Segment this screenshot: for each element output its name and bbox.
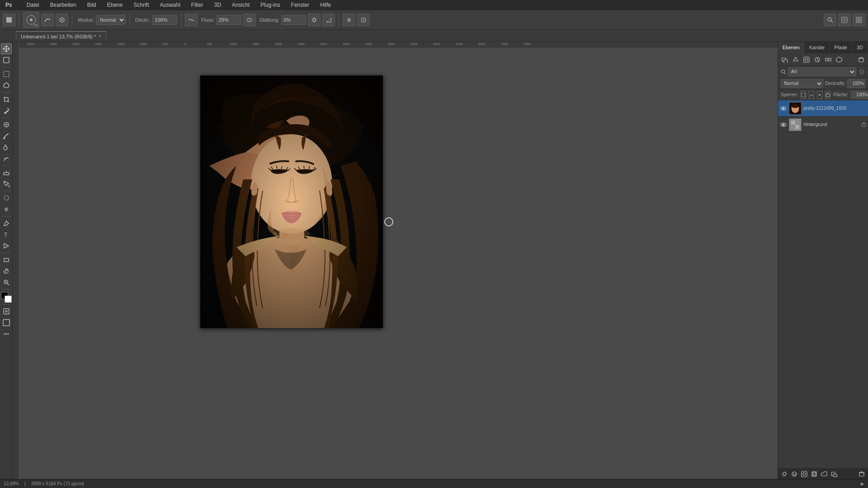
layer-thumbnail-background[interactable] [789,118,802,131]
search-icon[interactable] [824,14,836,26]
menu-datei[interactable]: Datei [25,1,41,9]
paint-bucket-tool[interactable] [1,178,12,189]
menu-bild[interactable]: Bild [85,1,98,9]
menu-plugins[interactable]: Plug-ins [259,1,282,9]
pen-tool[interactable] [1,218,12,229]
panel-tab-ebenen[interactable]: Ebenen [778,42,805,53]
delete-layer-btn[interactable] [856,55,866,64]
dodge-tool[interactable] [1,204,12,215]
menu-bearbeiten[interactable]: Bearbeiten [48,1,78,9]
layer-mask-btn[interactable] [802,55,811,64]
blend-opacity-row: Normal Deckrafts: [778,78,868,89]
fill-input[interactable] [851,91,868,99]
blur-tool[interactable] [1,192,12,203]
clone-stamp-tool[interactable] [1,142,12,153]
toolbar: 54 Modus: Normal Deckr.: 100% Fluss: Glä… [0,10,868,30]
menu-ebene[interactable]: Ebene [105,1,125,9]
link-layers-btn[interactable] [780,470,789,478]
blend-mode-select[interactable]: Normal [781,79,823,88]
lock-row: Sperren: Fläche: [778,89,868,100]
eraser-tool[interactable] [1,167,12,178]
photo-canvas[interactable] [200,75,383,328]
rectangle-tool[interactable] [1,254,12,265]
layer-item-background[interactable]: Hintergrund [778,117,868,133]
extra-tools[interactable] [1,328,12,339]
glattung-input[interactable] [281,15,306,25]
menu-ansicht[interactable]: Ansicht [230,1,251,9]
new-layer-btn[interactable] [780,55,790,64]
gear-icon[interactable] [308,14,321,26]
menu-3d[interactable]: 3D [212,1,223,9]
document-tab[interactable]: Unbenannt-1 bei 13,7% (RGB/8) * × [16,31,106,41]
zoom-tool[interactable] [1,277,12,288]
eyedropper-tool[interactable] [1,105,12,116]
artboard-tool[interactable] [1,55,12,66]
opacity-input[interactable] [847,79,865,88]
menu-hilfe[interactable]: Hilfe [318,1,333,9]
hand-tool[interactable] [1,266,12,277]
fluss-input[interactable] [217,15,241,25]
color-swatch[interactable] [1,292,12,303]
group-layers-btn[interactable] [823,55,833,64]
lock-position[interactable] [817,91,822,99]
home-button[interactable] [3,14,15,26]
svg-point-34 [5,310,8,313]
toolbar-separator-1 [19,14,19,26]
toolbox-separator-9 [2,304,11,305]
healing-brush-tool[interactable] [1,119,12,130]
marquee-tool[interactable] [1,69,12,80]
delete-layer-bottom-btn[interactable] [857,470,866,478]
brush-mode-normal[interactable] [41,14,54,26]
layer-thumbnail-photo[interactable] [789,102,802,115]
lock-image-pixels[interactable] [809,91,814,99]
create-layer-btn[interactable] [830,470,839,478]
arrange-icon[interactable] [853,14,865,26]
add-mask-btn[interactable] [800,470,809,478]
svg-rect-79 [859,473,864,476]
symmetry-icon[interactable] [343,14,355,26]
airbrush-toggle[interactable] [56,14,68,26]
history-brush-tool[interactable] [1,153,12,164]
crop-tool[interactable] [1,94,12,105]
tab-close-button[interactable]: × [99,34,101,39]
text-tool[interactable]: T [1,229,12,240]
smart-object-btn[interactable] [834,55,844,64]
brush-tool[interactable] [1,131,12,141]
add-layer-style-btn[interactable]: fx [790,470,799,478]
lasso-tool[interactable] [1,80,12,91]
airbrush-btn[interactable] [243,14,256,26]
angle-icon[interactable] [322,14,335,26]
canvas-area[interactable]: -3500 -3000 -2500 -2000 -1500 -1000 -500… [19,42,778,479]
lock-artboard[interactable] [825,91,830,99]
create-group-btn[interactable] [820,470,829,478]
menu-filter[interactable]: Filter [189,1,205,9]
lock-transparent-pixels[interactable] [801,91,806,99]
menu-schrift[interactable]: Schrift [132,1,151,9]
quickmask-mode[interactable] [1,306,12,317]
pressure-icon[interactable] [357,14,370,26]
svg-line-30 [7,283,9,285]
panel-tab-kanaele[interactable]: Kanäle [805,42,830,53]
layer-type-filter[interactable]: Art [788,67,856,76]
deckr-input[interactable]: 100% [152,15,177,25]
modus-select[interactable]: Normal [96,15,126,25]
panel-tab-3d[interactable]: 3D [852,42,868,53]
move-tool[interactable] [1,43,12,54]
layer-visibility-photo[interactable] [780,105,787,112]
path-selection-tool[interactable] [1,240,12,251]
screen-mode[interactable] [1,317,12,328]
zoom-icon[interactable] [838,14,851,26]
adjustment-layer-btn[interactable] [812,55,822,64]
layer-style-btn[interactable] [791,55,801,64]
menu-auswahl[interactable]: Auswahl [158,1,182,9]
canvas-inner[interactable] [19,48,778,479]
filter-toggle-btn[interactable] [858,68,865,75]
layer-item-photo[interactable]: pretty-2111499_1920 [778,100,868,117]
smoothing-icon[interactable] [185,14,198,26]
menu-fenster[interactable]: Fenster [289,1,311,9]
zoom-level: 13,68% [4,481,19,486]
document-dimensions: 3880 x 5184 Px (72 ppcm) [31,481,84,486]
panel-tab-pfade[interactable]: Pfade [830,42,852,53]
layer-visibility-background[interactable] [780,121,787,128]
create-adjustment-btn[interactable] [810,470,819,478]
